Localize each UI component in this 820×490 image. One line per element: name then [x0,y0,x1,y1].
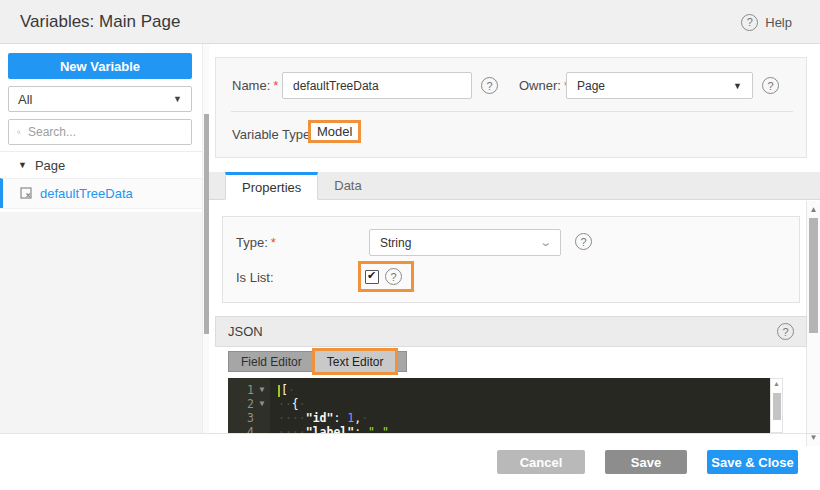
help-label: Help [765,15,792,30]
form-divider [231,111,793,112]
tree-item-defaultTreeData[interactable]: defaultTreeData [0,178,202,208]
new-variable-button[interactable]: New Variable [8,53,192,79]
caret-down-icon: ▼ [733,81,742,91]
is-list-label: Is List: [236,270,274,285]
code-text: ····"label": "…" [278,425,389,433]
editor-scrollbar-thumb[interactable] [773,393,781,420]
tree-group-label: Page [35,158,65,173]
variable-type-value: Model [308,120,361,143]
tab-data[interactable]: Data [318,171,377,199]
sidebar-scrollbar-thumb[interactable] [204,114,209,334]
json-section-header: JSON ? [215,316,807,347]
save-and-close-button[interactable]: Save & Close [707,450,798,474]
owner-value: Page [577,79,605,93]
editor-mode-buttons: Field EditorText Editor [228,351,407,372]
search-input[interactable] [28,125,183,139]
type-select[interactable]: String ⌄ [369,229,561,256]
type-label: Type:* [236,235,276,250]
code-text: [· [278,383,295,397]
json-section-title: JSON [228,324,263,339]
line-number: 4 [228,425,254,433]
properties-panel: Type:* String ⌄ ? Is List: ? [222,216,800,303]
save-button[interactable]: Save [605,450,687,474]
editor-button-group-tail [395,351,407,372]
editor-scroll-up-icon[interactable]: ▲ [771,380,782,387]
model-variable-icon [20,187,33,200]
scroll-up-icon[interactable]: ▲ [807,205,820,214]
page-title: Variables: Main Page [20,0,180,44]
scroll-down-icon[interactable]: ▼ [807,433,820,442]
code-text: ····"id": 1,· [278,411,368,425]
fold-arrow-icon[interactable]: ▼ [254,397,270,411]
code-line: 4····"label": "…" [228,425,770,433]
line-number: 2 [228,397,254,411]
owner-label: Owner:* [519,78,569,93]
tree-item-label: defaultTreeData [40,186,133,201]
tab-bar: PropertiesData [209,172,820,200]
code-line: 1▼[· [228,383,770,397]
variables-dialog: Variables: Main Page ? Help New Variable… [0,0,820,490]
fold-spacer [254,411,270,425]
tab-properties[interactable]: Properties [225,172,318,200]
editor-scrollbar[interactable]: ▲ [770,378,783,433]
cancel-button[interactable]: Cancel [497,450,585,474]
owner-help-icon[interactable]: ? [762,77,779,94]
variable-search [8,119,192,145]
variable-form-panel: Name:* ? Owner:* Page ▼ ? Variable Type:… [215,57,807,158]
sidebar-filler [0,212,202,433]
owner-select[interactable]: Page ▼ [566,72,753,99]
name-field[interactable] [282,72,472,99]
field-editor-button[interactable]: Field Editor [228,351,315,372]
dialog-header: Variables: Main Page ? Help [0,0,820,44]
variables-sidebar: New Variable All ▼ ▼ Page defaultTreeDat… [0,44,202,433]
code-text: ··{· [278,397,306,411]
search-icon [17,126,21,139]
variable-filter-value: All [18,92,32,107]
variable-filter-select[interactable]: All ▼ [8,86,192,112]
caret-down-icon: ▼ [173,94,182,104]
name-input[interactable] [283,73,471,98]
content-bottom-divider [0,433,820,434]
json-help-icon[interactable]: ? [777,323,794,340]
content-scrollbar-thumb[interactable] [809,218,818,333]
code-line: 2▼··{· [228,397,770,411]
content-scrollbar[interactable]: ▲ ▼ [806,201,820,446]
name-label: Name:* [232,78,278,93]
tree-group-page[interactable]: ▼ Page [0,151,202,178]
variable-type-label: Variable Type: [232,127,314,142]
text-editor-button[interactable]: Text Editor [315,351,396,372]
is-list-help-icon[interactable]: ? [385,268,402,285]
caret-down-icon: ▼ [18,160,27,170]
sidebar-scrollbar[interactable] [202,44,209,433]
help-icon: ? [741,14,758,31]
fold-spacer [254,425,270,433]
is-list-highlight: ? [358,261,414,292]
help-link[interactable]: ? Help [741,0,792,44]
chevron-down-icon: ⌄ [539,236,552,249]
text-cursor [278,385,280,397]
json-code-editor[interactable]: 1▼[·2▼··{·3····"id": 1,·4····"label": "…… [228,378,770,433]
is-list-checkbox[interactable] [365,270,379,284]
line-number: 3 [228,411,254,425]
type-value: String [380,236,411,250]
name-help-icon[interactable]: ? [481,77,498,94]
code-line: 3····"id": 1,· [228,411,770,425]
fold-arrow-icon[interactable]: ▼ [254,383,270,397]
type-help-icon[interactable]: ? [575,233,592,250]
line-number: 1 [228,383,254,397]
